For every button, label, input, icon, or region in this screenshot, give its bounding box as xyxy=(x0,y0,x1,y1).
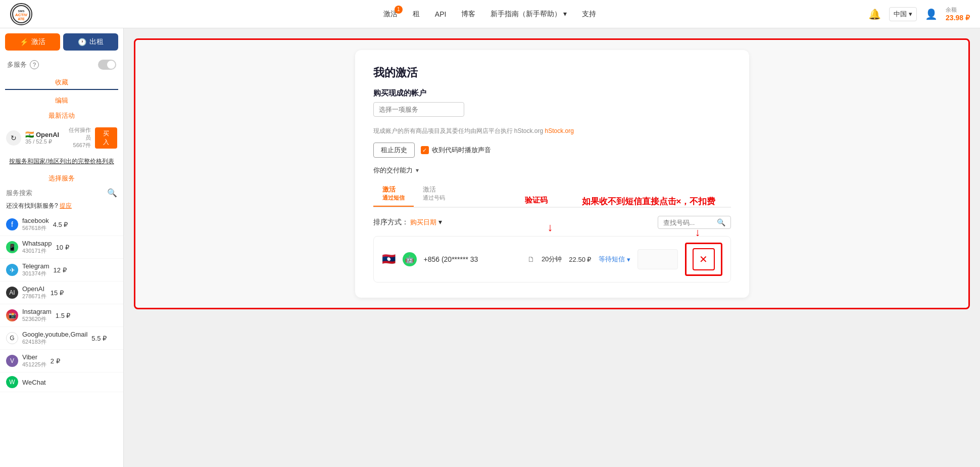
sidebar: ⚡ 激活 🕐 出租 多服务 ? 收藏 编辑 最新活动 ↻ 🇮🇳 xyxy=(0,28,124,467)
activate-badge: 1 xyxy=(395,6,403,14)
nav-support[interactable]: 支持 xyxy=(582,10,596,19)
main-content: 我的激活 购买现成的帐户 现成账户的所有商品项目及其委任均由网店平台执行 hSt… xyxy=(124,28,980,467)
telegram-price: 12 ₽ xyxy=(53,266,66,274)
red-border-container: 我的激活 购买现成的帐户 现成账户的所有商品项目及其委任均由网店平台执行 hSt… xyxy=(134,38,970,309)
service-telegram[interactable]: ✈ Telegram 301374件 12 ₽ xyxy=(0,259,123,282)
order-service-logo: 🤖 xyxy=(403,252,417,266)
nav-activate[interactable]: 激活 1 xyxy=(383,10,398,19)
instagram-icon: 📸 xyxy=(6,309,18,321)
full-price-link[interactable]: 按服务和国家/地区列出的完整价格列表 xyxy=(0,153,123,170)
multi-service-row: 多服务 ? xyxy=(0,56,123,74)
latest-activity-title: 最新活动 xyxy=(0,107,123,122)
favorites-link[interactable]: 收藏 xyxy=(0,74,123,89)
facebook-count: 567618件 xyxy=(22,224,49,232)
sort-row: 排序方式： 购买日期 ▾ 🔍 xyxy=(373,216,731,229)
whatsapp-name: Whatsapp xyxy=(22,240,52,247)
nav-guide[interactable]: 新手指南（新手帮助） ▾ xyxy=(491,10,567,19)
service-instagram[interactable]: 📸 Instagram 523620件 1.5 ₽ xyxy=(0,304,123,327)
balance-section: 余额 23.98 ₽ xyxy=(946,6,970,22)
openai-operator: 任何操作员 xyxy=(63,126,91,142)
buy-account-title: 购买现成的帐户 xyxy=(373,88,731,98)
google-count: 624183件 xyxy=(22,338,87,346)
bell-icon[interactable]: 🔔 xyxy=(868,8,881,20)
search-row: 🔍 xyxy=(0,185,123,201)
telegram-name: Telegram xyxy=(22,262,49,270)
rent-button[interactable]: 🕐 出租 xyxy=(63,33,118,51)
service-list: f facebook 567618件 4.5 ₽ 📱 Whatsapp 4301… xyxy=(0,213,123,392)
hstock-link[interactable]: hStock.org xyxy=(545,127,574,134)
viber-name: Viber xyxy=(22,353,46,361)
openai-list-price: 15 ₽ xyxy=(51,289,64,297)
card-title: 我的激活 xyxy=(373,65,731,80)
logo-icon: SMS ACTIV ATE xyxy=(10,3,32,25)
search-number-icon[interactable]: 🔍 xyxy=(717,218,725,226)
lang-selector[interactable]: 中国 ▾ xyxy=(889,7,917,21)
search-icon[interactable]: 🔍 xyxy=(107,188,117,198)
tab-sms[interactable]: 激活 通过短信 xyxy=(373,182,414,207)
nav-rent[interactable]: 租 xyxy=(413,10,420,19)
order-section: 验证码 ↓ 如果收不到短信直接点击×，不扣费 ↓ 🇱🇦 🤖 +856 (20**… xyxy=(373,236,731,283)
tabs-row: 激活 通过短信 激活 通过号码 xyxy=(373,182,731,208)
history-button[interactable]: 租止历史 xyxy=(373,143,415,158)
balance-value[interactable]: 23.98 ₽ xyxy=(946,14,970,22)
edit-link[interactable]: 编辑 xyxy=(0,94,123,107)
wechat-name: WeChat xyxy=(22,379,46,386)
payment-row: 你的交付能力 ▾ xyxy=(373,166,731,175)
nav-blog[interactable]: 博客 xyxy=(461,10,475,19)
header: SMS ACTIV ATE 激活 1 租 API 博客 新手指南（新手帮助） ▾… xyxy=(0,0,980,28)
instagram-price: 1.5 ₽ xyxy=(56,312,71,319)
service-wechat[interactable]: W WeChat xyxy=(0,372,123,392)
status-label[interactable]: 等待短信 ▾ xyxy=(599,255,630,264)
payment-chevron[interactable]: ▾ xyxy=(416,167,419,174)
buy-button[interactable]: 买入 xyxy=(95,127,117,149)
telegram-icon: ✈ xyxy=(6,264,18,276)
service-whatsapp[interactable]: 📱 Whatsapp 430171件 10 ₽ xyxy=(0,236,123,259)
telegram-count: 301374件 xyxy=(22,270,49,277)
openai-price: 35 / 52.5 ₽ xyxy=(25,138,59,145)
search-number-box: 🔍 xyxy=(658,216,731,229)
card-actions: 租止历史 ✓ 收到代码时播放声音 xyxy=(373,143,731,158)
note-text: 现成账户的所有商品项目及其委任均由网店平台执行 hStock.org hStoc… xyxy=(373,127,731,135)
sort-value[interactable]: 购买日期 xyxy=(410,218,436,226)
select-service-title: 选择服务 xyxy=(0,170,123,185)
close-button[interactable]: ✕ xyxy=(693,248,715,270)
openai-name: OpenAI xyxy=(36,131,59,138)
rent-icon: 🕐 xyxy=(78,38,86,46)
checkbox-row: ✓ 收到代码时播放声音 xyxy=(421,146,491,155)
select-service-dropdown[interactable] xyxy=(373,102,464,117)
user-icon[interactable]: 👤 xyxy=(925,8,938,20)
instagram-count: 523620件 xyxy=(22,315,52,323)
openai-flag: 🇮🇳 xyxy=(25,130,34,138)
openai-count: 5667件 xyxy=(63,142,91,149)
whatsapp-icon: 📱 xyxy=(6,241,18,253)
code-area xyxy=(638,249,678,269)
main-nav: 激活 1 租 API 博客 新手指南（新手帮助） ▾ 支持 xyxy=(111,10,868,19)
multi-service-toggle[interactable] xyxy=(98,60,116,70)
whatsapp-price: 10 ₽ xyxy=(56,244,69,251)
suggest-link[interactable]: 提应 xyxy=(60,202,72,209)
copy-icon[interactable]: 🗋 xyxy=(527,255,534,263)
service-google[interactable]: G Google,youtube,Gmail 624183件 5.5 ₽ xyxy=(0,327,123,350)
close-button-highlight: ✕ xyxy=(685,243,722,276)
time-label: 20分钟 xyxy=(542,255,562,264)
tab-number[interactable]: 激活 通过号码 xyxy=(414,182,454,207)
order-row: 🇱🇦 🤖 +856 (20****** 33 🗋 20分钟 22.50 ₽ 等待… xyxy=(373,236,731,283)
facebook-icon: f xyxy=(6,218,18,230)
instagram-name: Instagram xyxy=(22,308,52,315)
activate-button[interactable]: ⚡ 激活 xyxy=(5,33,60,51)
service-facebook[interactable]: f facebook 567618件 4.5 ₽ xyxy=(0,213,123,236)
nav-api[interactable]: API xyxy=(435,10,447,18)
service-search-input[interactable] xyxy=(6,189,103,197)
layout: ⚡ 激活 🕐 出租 多服务 ? 收藏 编辑 最新活动 ↻ 🇮🇳 xyxy=(0,28,980,467)
question-icon[interactable]: ? xyxy=(30,60,39,69)
country-flag: 🇱🇦 xyxy=(382,253,396,266)
toggle-knob xyxy=(107,61,115,69)
search-number-input[interactable] xyxy=(663,219,714,226)
svg-text:ACTIV: ACTIV xyxy=(15,13,28,17)
google-icon: G xyxy=(6,332,18,344)
checkbox-sound[interactable]: ✓ xyxy=(421,146,429,154)
service-openai[interactable]: AI OpenAI 278671件 15 ₽ xyxy=(0,282,123,304)
service-viber[interactable]: V Viber 451225件 2 ₽ xyxy=(0,350,123,372)
openai-list-icon: AI xyxy=(6,287,18,299)
svg-text:ATE: ATE xyxy=(18,17,25,21)
